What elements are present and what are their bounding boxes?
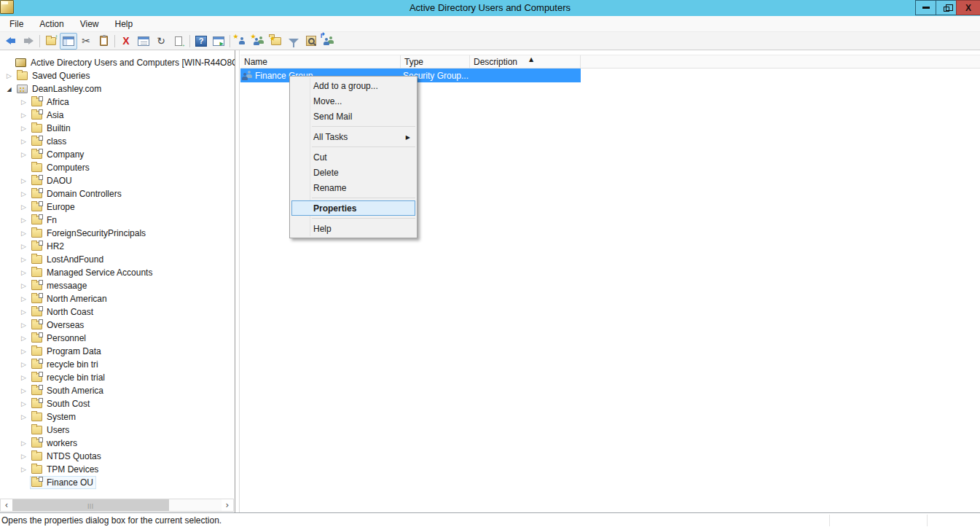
back-button[interactable] bbox=[2, 33, 20, 50]
column-header[interactable]: Name ▲ bbox=[240, 55, 401, 68]
tree-item[interactable]: Managed Service Accounts bbox=[0, 266, 235, 279]
column-header[interactable]: Type ▲ bbox=[401, 55, 470, 68]
new-user-button[interactable] bbox=[232, 33, 250, 50]
up-one-level-button[interactable]: ↑ bbox=[42, 33, 60, 50]
expand-arrow-icon[interactable] bbox=[17, 466, 30, 473]
expand-arrow-icon[interactable] bbox=[17, 282, 30, 289]
tree-item[interactable]: System bbox=[0, 410, 235, 423]
expand-arrow-icon[interactable] bbox=[17, 230, 30, 237]
help-button[interactable]: ? bbox=[192, 33, 210, 50]
expand-arrow-icon[interactable] bbox=[17, 243, 30, 250]
tree-item[interactable]: Europe bbox=[0, 200, 235, 214]
paste-button[interactable] bbox=[95, 33, 112, 50]
tree-item[interactable]: class bbox=[0, 135, 235, 148]
tree-item[interactable]: Overseas bbox=[0, 319, 235, 332]
tree-item[interactable]: Africa bbox=[0, 95, 235, 109]
tree-item[interactable]: South Cost bbox=[0, 397, 235, 410]
scroll-left-button[interactable]: ‹ bbox=[1, 499, 12, 511]
expand-arrow-icon[interactable] bbox=[17, 361, 30, 368]
context-menu-item[interactable]: ▶ bbox=[312, 126, 415, 127]
context-menu-item[interactable]: ▶ bbox=[312, 198, 415, 198]
cut-button[interactable]: ✂ bbox=[77, 33, 95, 50]
export-list-button[interactable] bbox=[170, 33, 187, 50]
context-menu-item[interactable]: Rename ▶ bbox=[290, 180, 417, 195]
tree-item[interactable]: Builtin bbox=[0, 122, 235, 135]
tree-item[interactable]: Active Directory Users and Computers [WI… bbox=[0, 56, 235, 69]
expand-arrow-icon[interactable] bbox=[3, 85, 15, 93]
filter-button[interactable] bbox=[285, 33, 302, 50]
context-menu-item[interactable]: All Tasks ▶ bbox=[290, 129, 417, 144]
close-button[interactable]: X bbox=[956, 0, 980, 15]
tree-item[interactable]: Users bbox=[0, 423, 235, 437]
tree-item[interactable]: Company bbox=[0, 148, 235, 161]
tree-item[interactable]: workers bbox=[0, 437, 235, 450]
expand-arrow-icon[interactable] bbox=[17, 308, 30, 316]
pane-divider[interactable] bbox=[235, 50, 235, 512]
expand-arrow-icon[interactable] bbox=[17, 387, 30, 394]
expand-arrow-icon[interactable] bbox=[17, 177, 30, 184]
tree-item[interactable]: Computers bbox=[0, 161, 235, 174]
refresh-button[interactable]: ↻ bbox=[152, 33, 170, 50]
column-header[interactable]: Description ▲ bbox=[470, 55, 581, 68]
tree-item[interactable]: DeanLashley.com bbox=[0, 82, 235, 95]
expand-arrow-icon[interactable] bbox=[17, 413, 30, 421]
forward-button[interactable] bbox=[20, 33, 37, 50]
context-menu-item[interactable]: ▶ bbox=[312, 147, 415, 147]
tree-item[interactable]: Fn bbox=[0, 214, 235, 227]
expand-arrow-icon[interactable] bbox=[17, 138, 30, 145]
tree-item[interactable]: North American bbox=[0, 292, 235, 305]
tree-horizontal-scrollbar[interactable]: ‹ ||| › bbox=[0, 499, 234, 512]
expand-arrow-icon[interactable] bbox=[17, 374, 30, 381]
tree-item[interactable]: recycle bin tri bbox=[0, 358, 235, 371]
delete-button[interactable]: X bbox=[117, 33, 135, 50]
expand-arrow-icon[interactable] bbox=[17, 256, 30, 263]
new-group-button[interactable] bbox=[250, 33, 267, 50]
expand-arrow-icon[interactable] bbox=[17, 400, 30, 407]
expand-arrow-icon[interactable] bbox=[17, 453, 30, 460]
expand-arrow-icon[interactable] bbox=[17, 203, 30, 211]
tree-item[interactable]: Saved Queries bbox=[0, 69, 235, 82]
expand-arrow-icon[interactable] bbox=[17, 440, 30, 447]
tree-item[interactable]: HR2 bbox=[0, 240, 235, 253]
expand-arrow-icon[interactable] bbox=[17, 151, 30, 158]
menu-item[interactable]: Help bbox=[107, 16, 141, 32]
find-button[interactable] bbox=[302, 33, 320, 50]
expand-arrow-icon[interactable] bbox=[17, 295, 30, 302]
expand-arrow-icon[interactable] bbox=[17, 125, 30, 132]
show-console-tree-button[interactable] bbox=[60, 33, 77, 50]
scrollbar-thumb[interactable]: ||| bbox=[12, 499, 169, 511]
expand-arrow-icon[interactable] bbox=[17, 190, 30, 198]
expand-arrow-icon[interactable] bbox=[17, 348, 30, 355]
context-menu-item[interactable]: Move... ▶ bbox=[290, 93, 417, 109]
tree-item[interactable]: NTDS Quotas bbox=[0, 450, 235, 463]
tree-item[interactable]: Asia bbox=[0, 109, 235, 122]
scroll-right-button[interactable]: › bbox=[222, 499, 233, 511]
menu-item[interactable]: File bbox=[1, 16, 31, 32]
tree-item[interactable]: Personnel bbox=[0, 332, 235, 345]
menu-item[interactable]: Action bbox=[31, 16, 71, 32]
scrollbar-track[interactable]: ||| bbox=[12, 499, 222, 511]
minimize-button[interactable] bbox=[915, 0, 936, 15]
add-member-button[interactable] bbox=[320, 33, 337, 50]
context-menu-item[interactable]: Add to a group... ▶ bbox=[290, 78, 417, 93]
context-menu-item[interactable]: Send Mail ▶ bbox=[290, 109, 417, 124]
menu-item[interactable]: View bbox=[72, 16, 107, 32]
properties-button[interactable] bbox=[135, 33, 152, 50]
tree-item[interactable]: Program Data bbox=[0, 345, 235, 358]
expand-arrow-icon[interactable] bbox=[17, 98, 30, 106]
tree-item[interactable]: South America bbox=[0, 384, 235, 397]
expand-arrow-icon[interactable] bbox=[17, 112, 30, 119]
restore-button[interactable] bbox=[936, 0, 956, 15]
tree-item[interactable]: messaage bbox=[0, 279, 235, 292]
tree-item[interactable]: Domain Controllers bbox=[0, 187, 235, 200]
tree-item[interactable]: LostAndFound bbox=[0, 253, 235, 266]
context-menu-item[interactable]: Help ▶ bbox=[290, 221, 417, 236]
tree-item[interactable]: Finance OU bbox=[0, 476, 235, 489]
tree-item[interactable]: DAOU bbox=[0, 174, 235, 187]
new-window-button[interactable] bbox=[210, 33, 227, 50]
context-menu-item[interactable]: Cut ▶ bbox=[290, 149, 417, 165]
expand-arrow-icon[interactable] bbox=[3, 72, 15, 79]
tree-item[interactable]: North Coast bbox=[0, 305, 235, 319]
context-menu-item[interactable]: ▶ bbox=[312, 218, 415, 219]
expand-arrow-icon[interactable] bbox=[17, 216, 30, 224]
